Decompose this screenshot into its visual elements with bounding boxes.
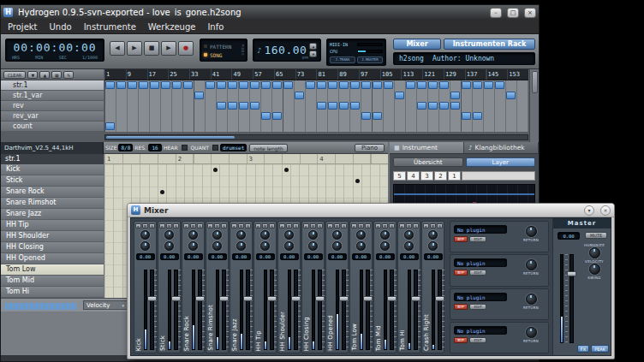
play-sample-icon[interactable]: ▸ [183,223,189,228]
song-pattern-cell[interactable] [239,81,248,89]
pan-knob[interactable] [164,230,174,240]
solo-button[interactable]: S [293,223,299,228]
metronome-icon[interactable]: ♪ [257,46,261,55]
fx-send-knob[interactable] [164,241,174,251]
instrument-row[interactable]: Snare Jazz [1,209,104,220]
song-pattern-cell[interactable] [105,122,115,130]
song-pattern-cell[interactable] [328,102,337,110]
pattern-list-item[interactable]: str.1_var [1,91,104,101]
bpm-down-icon[interactable]: ▼ [309,50,317,57]
song-pattern-cell[interactable] [462,81,471,89]
instrument-row[interactable]: Tom Hi [1,287,104,298]
play-icon[interactable]: ▶ [127,41,142,56]
instrument-row[interactable]: Kick [1,164,104,175]
shade-icon[interactable]: ▾ [584,205,594,216]
song-pattern-cell[interactable] [228,81,237,89]
channel-fader-handle[interactable] [363,296,373,301]
channel-fader-handle[interactable] [171,296,181,301]
song-pattern-cell[interactable] [384,81,393,89]
channel-fader-handle[interactable] [435,296,444,301]
fx-edit-button[interactable]: EDIT [469,236,486,242]
clear-sequence-button[interactable]: CLEAR [3,71,26,79]
velocity-bar[interactable] [18,303,20,310]
song-pattern-cell[interactable] [250,102,259,110]
velocity-bar[interactable] [46,303,48,310]
song-pattern-cell[interactable] [150,81,159,89]
menu-projekt[interactable]: Projekt [8,22,38,32]
mute-button[interactable]: M [286,223,292,228]
menu-instrumente[interactable]: Instrumente [84,22,136,32]
quantize-checkbox[interactable] [212,145,218,151]
velocity-bar[interactable] [51,303,53,310]
pan-knob[interactable] [140,230,150,240]
song-grid-row[interactable] [104,101,528,111]
close-icon[interactable]: × [524,8,536,18]
fx-send-knob[interactable] [212,241,222,251]
play-sample-icon[interactable]: ▸ [303,223,309,228]
jack-master-button[interactable]: J.MASTER [357,56,383,63]
pan-knob[interactable] [380,230,390,240]
main-titlebar[interactable]: H Hydrogen 0.9.5-svn-exported - love_is_… [1,5,539,20]
fx-send-knob[interactable] [332,241,342,251]
velocity-bar[interactable] [62,303,63,310]
channel-fader[interactable] [390,270,394,350]
song-pattern-cell[interactable] [261,81,271,89]
fx-send-knob[interactable] [404,241,414,251]
fx-name-display[interactable]: No plugin [454,326,507,335]
fx-edit-button[interactable]: EDIT [469,270,486,276]
forward-icon[interactable]: ▶ [161,41,176,56]
song-pattern-cell[interactable] [194,92,204,99]
song-pattern-cell[interactable] [495,81,504,89]
velocity-bar[interactable] [36,303,38,310]
bpm-panel[interactable]: ♪ 160.00 ▲ ▼ BPM [253,39,321,62]
instrument-row[interactable]: Snare Rimshot [1,198,104,209]
fx-bypass-button[interactable]: BYP [454,304,468,310]
song-pattern-cell[interactable] [317,102,326,110]
song-pattern-cell[interactable] [350,81,360,89]
channel-fader-handle[interactable] [219,296,229,301]
play-sample-icon[interactable]: ▸ [351,223,357,228]
velocity-bar[interactable] [28,303,30,310]
stop-icon[interactable]: ■ [144,41,159,56]
song-pattern-cell[interactable] [183,81,193,89]
velocity-bar[interactable] [64,303,66,310]
velocity-bar[interactable] [15,303,17,310]
velocity-bar[interactable] [44,303,45,310]
pattern-down-icon[interactable]: ▼ [27,71,38,79]
instrument-row[interactable]: HH Shoulder [1,231,104,242]
song-pattern-cell[interactable] [239,102,248,110]
mute-button[interactable]: M [310,223,316,228]
song-grid-row[interactable] [104,111,528,122]
song-pattern-cell[interactable] [261,112,271,120]
tab-instrument[interactable]: ▦ Instrument [390,142,464,154]
song-pattern-cell[interactable] [373,112,382,120]
play-sample-icon[interactable]: ▸ [207,223,213,228]
play-sample-icon[interactable]: ▸ [255,223,261,228]
song-pattern-cell[interactable] [228,102,237,110]
solo-button[interactable]: S [245,223,251,228]
song-pattern-cell[interactable] [328,81,337,89]
song-grid-row[interactable] [104,91,528,101]
velocity-bar[interactable] [10,303,12,310]
song-grid-row[interactable] [104,80,528,91]
song-pattern-cell[interactable] [361,112,371,120]
fx-send-knob[interactable] [188,241,198,251]
fx-return-knob[interactable] [526,226,537,237]
solo-button[interactable]: S [197,223,203,228]
property-selector[interactable]: Velocity ▾ [83,300,128,310]
fx-name-display[interactable]: No plugin [454,225,507,234]
channel-fader[interactable] [198,270,202,350]
bpm-up-icon[interactable]: ▲ [309,43,317,50]
fx-send-knob[interactable] [428,241,438,251]
solo-button[interactable]: S [389,223,395,228]
pan-knob[interactable] [404,230,414,240]
velocity-bar[interactable] [69,303,71,310]
song-pattern-cell[interactable] [473,81,482,89]
song-pattern-cell[interactable] [428,81,438,89]
pan-knob[interactable] [284,230,294,240]
draw-mode-icon[interactable]: ✎ [63,71,74,79]
fx-send-knob[interactable] [140,241,150,251]
song-pattern-cell[interactable] [206,81,215,89]
song-timeline[interactable]: 1917253341495765738189971051131211291371… [104,69,528,80]
play-sample-icon[interactable]: ▸ [279,223,285,228]
